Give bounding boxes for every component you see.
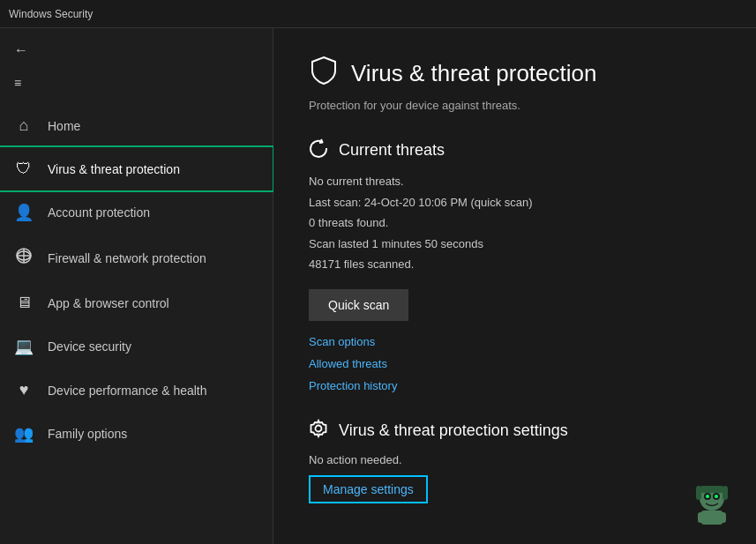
titlebar-title: Windows Security [9,8,93,20]
settings-section: Virus & threat protection settings No ac… [309,419,721,503]
no-threats-text: No current threats. [309,173,721,190]
sidebar-item-performance-label: Device performance & health [48,384,207,398]
last-scan-text: Last scan: 24-Oct-20 10:06 PM (quick sca… [309,194,721,212]
settings-header: Virus & threat protection settings [309,419,721,443]
health-icon: ♥ [14,381,34,399]
shield-icon: 🛡 [14,160,34,178]
svg-point-7 [706,495,709,498]
svg-rect-14 [719,512,726,523]
svg-rect-13 [698,512,705,523]
svg-rect-10 [696,486,701,500]
scan-options-link[interactable]: Scan options [309,335,721,348]
sidebar-item-device[interactable]: 💻 Device security [0,324,273,369]
manage-settings-link[interactable]: Manage settings [309,475,428,503]
device-icon: 💻 [14,337,34,356]
sidebar-item-browser[interactable]: 🖥 App & browser control [0,281,273,324]
threats-found-text: 0 threats found. [309,214,721,232]
browser-icon: 🖥 [14,294,34,312]
sidebar-item-browser-label: App & browser control [48,296,169,310]
sidebar-item-virus-label: Virus & threat protection [48,162,180,176]
svg-point-8 [715,495,718,498]
home-icon: ⌂ [14,116,34,135]
scan-duration-text: Scan lasted 1 minutes 50 seconds [309,235,721,253]
page-subtitle: Protection for your device against threa… [309,99,721,112]
sidebar-item-family[interactable]: 👥 Family options [0,412,273,456]
sidebar-item-home[interactable]: ⌂ Home [0,104,273,147]
quick-scan-button[interactable]: Quick scan [309,289,408,321]
settings-gear-icon [309,419,328,443]
mascot-area [685,479,738,535]
sidebar-item-home-label: Home [48,119,80,133]
allowed-threats-link[interactable]: Allowed threats [309,357,721,370]
refresh-icon [309,138,328,162]
mascot-icon [685,479,738,532]
settings-title: Virus & threat protection settings [339,421,568,440]
sidebar-item-account[interactable]: 👤 Account protection [0,190,273,235]
svg-rect-11 [722,486,728,500]
page-header: Virus & threat protection [309,55,721,92]
svg-point-3 [316,425,322,431]
current-threats-title: Current threats [339,141,445,160]
svg-rect-9 [700,486,724,493]
back-icon: ← [14,42,28,57]
sidebar-item-firewall[interactable]: Firewall & network protection [0,235,273,281]
protection-history-link[interactable]: Protection history [309,379,721,392]
sidebar: ← ≡ ⌂ Home 🛡 Virus & threat protection 👤… [0,28,273,544]
current-threats-header: Current threats [309,138,721,162]
hamburger-menu[interactable]: ≡ [0,69,273,97]
back-button[interactable]: ← [0,35,273,65]
sidebar-item-firewall-label: Firewall & network protection [48,251,206,265]
network-icon [14,247,34,269]
no-action-text: No action needed. [309,453,721,466]
person-icon: 👤 [14,203,34,222]
main-content: Virus & threat protection Protection for… [273,28,756,544]
page-shield-icon [309,55,339,92]
files-scanned-text: 48171 files scanned. [309,256,721,273]
sidebar-item-virus[interactable]: 🛡 Virus & threat protection [0,147,273,190]
family-icon: 👥 [14,424,34,443]
sidebar-item-performance[interactable]: ♥ Device performance & health [0,369,273,412]
sidebar-item-family-label: Family options [48,427,127,441]
app-container: ← ≡ ⌂ Home 🛡 Virus & threat protection 👤… [0,28,756,544]
sidebar-item-account-label: Account protection [48,205,150,220]
sidebar-item-device-label: Device security [48,339,131,354]
page-title: Virus & threat protection [351,60,596,87]
menu-icon: ≡ [14,76,21,90]
titlebar: Windows Security [0,0,756,28]
